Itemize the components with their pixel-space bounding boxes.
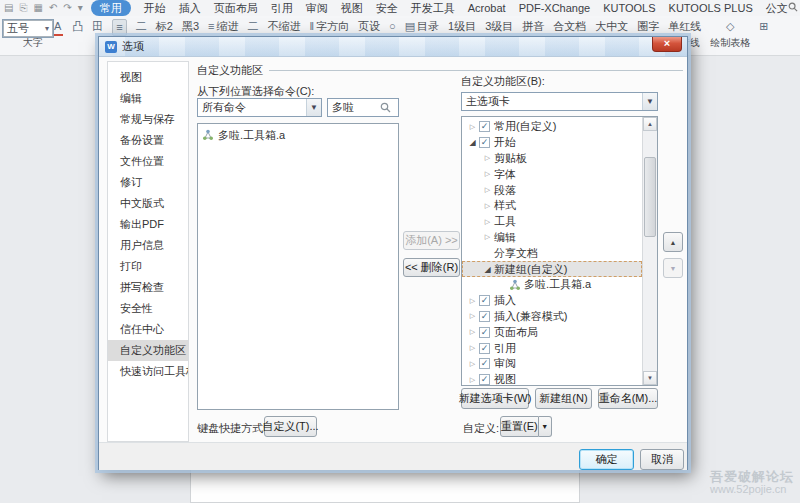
toolbar-item[interactable]: ◇绘制表格 bbox=[710, 19, 750, 49]
tab-checkbox[interactable]: ✓ bbox=[479, 358, 490, 369]
rename-button[interactable]: 重命名(M)... bbox=[598, 388, 658, 409]
new-group-button[interactable]: 新建组(N) bbox=[535, 388, 592, 409]
toolbar-item[interactable]: 页设 bbox=[358, 19, 380, 34]
command-search-box[interactable] bbox=[327, 98, 399, 117]
chevron-down-icon[interactable]: ▼ bbox=[642, 93, 657, 110]
tree-row[interactable]: ◢✓开始 bbox=[462, 135, 642, 151]
ribbon-tab[interactable]: Acrobat bbox=[468, 1, 506, 15]
ribbon-tab[interactable]: KUTOOLS PLUS bbox=[669, 1, 753, 15]
ribbon-tab[interactable]: KUTOOLS bbox=[603, 1, 655, 15]
expand-icon[interactable]: ▷ bbox=[481, 218, 494, 226]
scroll-up-icon[interactable]: ▲ bbox=[643, 117, 657, 131]
ribbon-tab[interactable]: PDF-XChange bbox=[519, 1, 591, 15]
find-command[interactable]: 查找命令 bbox=[788, 1, 800, 15]
save-icon[interactable]: ▤ bbox=[4, 3, 13, 13]
search-icon[interactable] bbox=[380, 102, 391, 113]
tree-row[interactable]: ▷工具 bbox=[462, 214, 642, 230]
tree-row[interactable]: 分享文档 bbox=[462, 245, 642, 261]
toolbar-item-label2[interactable]: 大字 bbox=[23, 37, 43, 49]
expand-icon[interactable]: ▷ bbox=[466, 312, 479, 320]
tree-row[interactable]: ▷编辑 bbox=[462, 230, 642, 246]
collapse-icon[interactable]: ◢ bbox=[466, 138, 479, 147]
toolbar-item[interactable]: 1级目 bbox=[448, 19, 476, 34]
toolbar-item[interactable]: 二 bbox=[247, 19, 258, 34]
tab-checkbox[interactable]: ✓ bbox=[479, 121, 490, 132]
preview-icon[interactable]: ▦ bbox=[33, 3, 42, 13]
scrollbar-thumb[interactable] bbox=[644, 157, 656, 237]
options-nav-item[interactable]: 编辑 bbox=[108, 88, 188, 109]
scroll-down-icon[interactable]: ▼ bbox=[643, 371, 657, 385]
toolbar-item[interactable]: 凸 bbox=[72, 19, 83, 34]
tree-row[interactable]: ▷字体 bbox=[462, 166, 642, 182]
toolbar-item[interactable]: ≡缩进 bbox=[208, 19, 238, 34]
tree-row[interactable]: ▷✓引用 bbox=[462, 340, 642, 356]
expand-icon[interactable]: ▷ bbox=[481, 170, 494, 178]
collapse-icon[interactable]: ◢ bbox=[481, 265, 494, 274]
toolbar-item[interactable]: 拼音 bbox=[522, 19, 544, 34]
ribbon-scope-dropdown[interactable]: 主选项卡 ▼ bbox=[461, 92, 658, 111]
tree-row[interactable]: ▷✓插入 bbox=[462, 293, 642, 309]
dialog-titlebar[interactable]: W 选项 × bbox=[99, 37, 687, 57]
tree-row[interactable]: ▷✓审阅 bbox=[462, 356, 642, 372]
add-button[interactable]: 添加(A) >> bbox=[403, 231, 460, 250]
ribbon-tab[interactable]: 视图 bbox=[341, 1, 363, 15]
toolbar-item-label2[interactable]: 绘制表格 bbox=[710, 37, 750, 49]
command-search-input[interactable] bbox=[328, 102, 380, 114]
tree-row[interactable]: ▷样式 bbox=[462, 198, 642, 214]
tab-checkbox[interactable]: ✓ bbox=[479, 374, 490, 385]
ribbon-tab[interactable]: 开发工具 bbox=[411, 1, 455, 15]
toolbar-item[interactable]: 二 bbox=[136, 19, 147, 34]
options-nav-item[interactable]: 用户信息 bbox=[108, 235, 188, 256]
toolbar-item[interactable]: 合文档 bbox=[553, 19, 586, 34]
ribbon-tab[interactable]: 引用 bbox=[271, 1, 293, 15]
ribbon-tab[interactable]: 审阅 bbox=[306, 1, 328, 15]
tab-checkbox[interactable]: ✓ bbox=[479, 311, 490, 322]
toolbar-item[interactable]: 3级目 bbox=[485, 19, 513, 34]
ribbon-tab[interactable]: 插入 bbox=[179, 1, 201, 15]
cancel-button[interactable]: 取消 bbox=[640, 449, 684, 470]
tree-row[interactable]: ▷✓常用(自定义) bbox=[462, 119, 642, 135]
ribbon-tab[interactable]: 常用 bbox=[91, 0, 131, 16]
customize-shortcuts-button[interactable]: 自定义(T)... bbox=[264, 416, 317, 437]
toolbar-item[interactable]: 不缩进 bbox=[267, 19, 300, 34]
toolbar-item[interactable]: 黑3 bbox=[182, 19, 199, 34]
toolbar-item[interactable]: 五号▾ bbox=[2, 19, 54, 38]
tree-row[interactable]: 多啦.工具箱.a bbox=[462, 277, 642, 293]
toolbar-item[interactable]: 大中文 bbox=[595, 19, 628, 34]
toolbar-item[interactable]: ≡ bbox=[112, 19, 126, 36]
options-nav-item[interactable]: 信任中心 bbox=[108, 319, 188, 340]
print-icon[interactable]: ⎘ bbox=[19, 3, 27, 13]
tree-row[interactable]: ▷✓插入(兼容模式) bbox=[462, 309, 642, 325]
remove-button[interactable]: << 删除(R) bbox=[403, 258, 460, 277]
toolbar-item[interactable]: 标2 bbox=[156, 19, 173, 34]
tree-row[interactable]: ▷段落 bbox=[462, 182, 642, 198]
tab-checkbox[interactable]: ✓ bbox=[479, 327, 490, 338]
options-nav-item[interactable]: 备份设置 bbox=[108, 130, 188, 151]
expand-icon[interactable]: ▷ bbox=[481, 202, 494, 210]
tree-row[interactable]: ◢新建组(自定义) bbox=[462, 261, 642, 277]
new-tab-button[interactable]: 新建选项卡(W) bbox=[461, 388, 529, 409]
expand-icon[interactable]: ▷ bbox=[466, 297, 479, 305]
expand-icon[interactable]: ▷ bbox=[466, 344, 479, 352]
tab-checkbox[interactable]: ✓ bbox=[479, 295, 490, 306]
tree-row[interactable]: ▷✓页面布局 bbox=[462, 324, 642, 340]
toolbar-item[interactable]: ○ bbox=[389, 19, 396, 34]
options-nav-item[interactable]: 安全性 bbox=[108, 298, 188, 319]
expand-icon[interactable]: ▷ bbox=[481, 233, 494, 241]
expand-icon[interactable]: ▷ bbox=[466, 360, 479, 368]
commands-listbox[interactable]: 多啦.工具箱.a bbox=[197, 123, 399, 410]
ribbon-tab[interactable]: 公文 bbox=[766, 1, 788, 15]
options-nav-item[interactable]: 文件位置 bbox=[108, 151, 188, 172]
expand-icon[interactable]: ▷ bbox=[481, 154, 494, 162]
options-nav-item[interactable]: 修订 bbox=[108, 172, 188, 193]
options-nav-item[interactable]: 打印 bbox=[108, 256, 188, 277]
tree-scrollbar[interactable]: ▲ ▼ bbox=[642, 117, 657, 385]
command-list-item[interactable]: 多啦.工具箱.a bbox=[202, 127, 398, 143]
expand-icon[interactable]: ▷ bbox=[466, 376, 479, 384]
commands-source-dropdown[interactable]: 所有命令 ▼ bbox=[197, 98, 322, 117]
toolbar-item[interactable]: ‖字方向 bbox=[309, 19, 349, 34]
ok-button[interactable]: 确定 bbox=[579, 449, 634, 470]
toolbar-item[interactable]: ▤目录 bbox=[405, 19, 439, 34]
close-button[interactable]: × bbox=[652, 37, 682, 52]
chevron-down-icon[interactable]: ▾ bbox=[78, 3, 83, 13]
